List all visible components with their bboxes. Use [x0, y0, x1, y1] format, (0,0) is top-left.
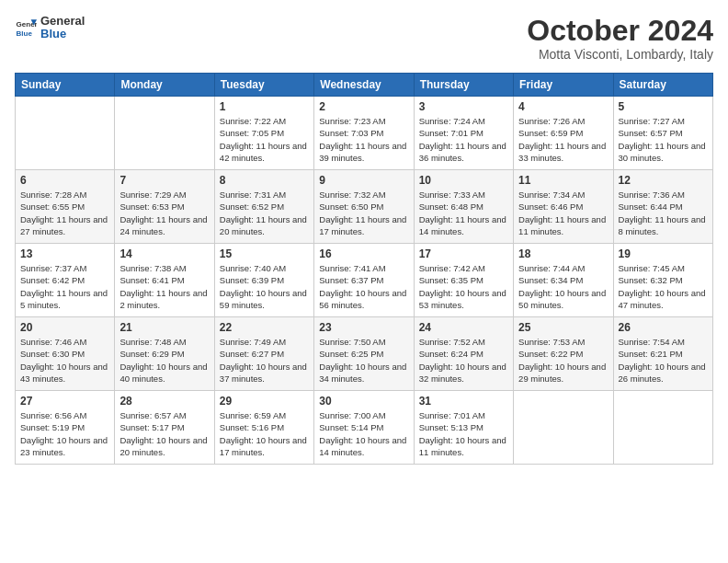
- day-number: 1: [220, 100, 309, 113]
- header-day-thursday: Thursday: [414, 74, 513, 97]
- day-info: Sunrise: 7:00 AMSunset: 5:14 PMDaylight:…: [319, 409, 408, 458]
- day-info: Sunrise: 7:32 AMSunset: 6:50 PMDaylight:…: [319, 189, 408, 237]
- calendar-cell: 26 Sunrise: 7:54 AMSunset: 6:21 PMDaylig…: [613, 317, 712, 391]
- calendar-cell: 6 Sunrise: 7:28 AMSunset: 6:55 PMDayligh…: [16, 170, 115, 244]
- calendar-cell: 28 Sunrise: 6:57 AMSunset: 5:17 PMDaylig…: [115, 391, 214, 465]
- week-row-3: 13 Sunrise: 7:37 AMSunset: 6:42 PMDaylig…: [16, 244, 713, 317]
- day-info: Sunrise: 7:41 AMSunset: 6:37 PMDaylight:…: [319, 262, 408, 311]
- day-number: 30: [319, 395, 408, 408]
- day-info: Sunrise: 7:45 AMSunset: 6:32 PMDaylight:…: [619, 262, 708, 311]
- calendar-cell: 30 Sunrise: 7:00 AMSunset: 5:14 PMDaylig…: [314, 391, 414, 465]
- week-row-2: 6 Sunrise: 7:28 AMSunset: 6:55 PMDayligh…: [16, 170, 713, 244]
- day-number: 7: [119, 174, 209, 187]
- day-number: 21: [119, 321, 209, 334]
- header-row: SundayMondayTuesdayWednesdayThursdayFrid…: [16, 74, 713, 97]
- calendar-table: SundayMondayTuesdayWednesdayThursdayFrid…: [15, 73, 713, 465]
- day-info: Sunrise: 7:38 AMSunset: 6:41 PMDaylight:…: [119, 262, 209, 311]
- day-number: 11: [518, 174, 608, 187]
- calendar-cell: 29 Sunrise: 6:59 AMSunset: 5:16 PMDaylig…: [214, 391, 313, 465]
- day-number: 13: [20, 247, 109, 260]
- day-number: 29: [220, 395, 309, 408]
- calendar-cell: 4 Sunrise: 7:26 AMSunset: 6:59 PMDayligh…: [514, 97, 613, 170]
- calendar-cell: 17 Sunrise: 7:42 AMSunset: 6:35 PMDaylig…: [414, 244, 513, 317]
- calendar-cell: 20 Sunrise: 7:46 AMSunset: 6:30 PMDaylig…: [16, 317, 115, 391]
- header-day-tuesday: Tuesday: [214, 74, 313, 97]
- day-number: 24: [419, 321, 508, 334]
- calendar-cell: [16, 97, 115, 170]
- day-number: 12: [619, 174, 708, 187]
- day-number: 3: [419, 100, 508, 113]
- calendar-cell: 1 Sunrise: 7:22 AMSunset: 7:05 PMDayligh…: [214, 97, 313, 170]
- day-info: Sunrise: 7:54 AMSunset: 6:21 PMDaylight:…: [619, 336, 708, 385]
- header-day-wednesday: Wednesday: [314, 74, 414, 97]
- logo-line2: Blue: [40, 28, 85, 40]
- day-info: Sunrise: 6:56 AMSunset: 5:19 PMDaylight:…: [20, 409, 109, 458]
- day-number: 23: [319, 321, 408, 334]
- day-info: Sunrise: 7:29 AMSunset: 6:53 PMDaylight:…: [119, 189, 209, 237]
- day-number: 15: [220, 247, 309, 260]
- header-day-sunday: Sunday: [16, 74, 115, 97]
- logo-icon: General Blue: [15, 17, 37, 39]
- day-info: Sunrise: 7:23 AMSunset: 7:03 PMDaylight:…: [319, 115, 408, 164]
- day-number: 8: [220, 174, 309, 187]
- calendar-cell: 18 Sunrise: 7:44 AMSunset: 6:34 PMDaylig…: [514, 244, 613, 317]
- calendar-cell: 23 Sunrise: 7:50 AMSunset: 6:25 PMDaylig…: [314, 317, 414, 391]
- day-info: Sunrise: 7:52 AMSunset: 6:24 PMDaylight:…: [419, 336, 508, 385]
- day-info: Sunrise: 7:27 AMSunset: 6:57 PMDaylight:…: [619, 115, 708, 164]
- calendar-cell: 22 Sunrise: 7:49 AMSunset: 6:27 PMDaylig…: [214, 317, 313, 391]
- day-info: Sunrise: 7:33 AMSunset: 6:48 PMDaylight:…: [419, 189, 508, 237]
- day-info: Sunrise: 7:36 AMSunset: 6:44 PMDaylight:…: [619, 189, 708, 237]
- title-section: October 2024 Motta Visconti, Lombardy, I…: [527, 15, 713, 62]
- day-info: Sunrise: 7:31 AMSunset: 6:52 PMDaylight:…: [220, 189, 309, 237]
- day-info: Sunrise: 7:49 AMSunset: 6:27 PMDaylight:…: [220, 336, 309, 385]
- week-row-1: 1 Sunrise: 7:22 AMSunset: 7:05 PMDayligh…: [16, 97, 713, 170]
- calendar-cell: 7 Sunrise: 7:29 AMSunset: 6:53 PMDayligh…: [115, 170, 214, 244]
- month-title: October 2024: [527, 15, 713, 47]
- day-info: Sunrise: 7:24 AMSunset: 7:01 PMDaylight:…: [419, 115, 508, 164]
- svg-text:Blue: Blue: [17, 29, 33, 38]
- day-number: 26: [619, 321, 708, 334]
- calendar-cell: 15 Sunrise: 7:40 AMSunset: 6:39 PMDaylig…: [214, 244, 313, 317]
- calendar-cell: [514, 391, 613, 465]
- calendar-cell: 2 Sunrise: 7:23 AMSunset: 7:03 PMDayligh…: [314, 97, 414, 170]
- calendar-cell: 19 Sunrise: 7:45 AMSunset: 6:32 PMDaylig…: [613, 244, 712, 317]
- calendar-cell: 11 Sunrise: 7:34 AMSunset: 6:46 PMDaylig…: [514, 170, 613, 244]
- day-info: Sunrise: 6:59 AMSunset: 5:16 PMDaylight:…: [220, 409, 309, 458]
- day-number: 31: [419, 395, 508, 408]
- calendar-cell: 12 Sunrise: 7:36 AMSunset: 6:44 PMDaylig…: [613, 170, 712, 244]
- day-number: 25: [518, 321, 608, 334]
- day-info: Sunrise: 7:42 AMSunset: 6:35 PMDaylight:…: [419, 262, 508, 311]
- day-number: 18: [518, 247, 608, 260]
- day-number: 5: [619, 100, 708, 113]
- calendar-cell: 27 Sunrise: 6:56 AMSunset: 5:19 PMDaylig…: [16, 391, 115, 465]
- day-info: Sunrise: 7:44 AMSunset: 6:34 PMDaylight:…: [518, 262, 608, 311]
- logo-line1: General: [40, 15, 85, 28]
- day-info: Sunrise: 7:34 AMSunset: 6:46 PMDaylight:…: [518, 189, 608, 237]
- calendar-cell: 5 Sunrise: 7:27 AMSunset: 6:57 PMDayligh…: [613, 97, 712, 170]
- header-day-monday: Monday: [115, 74, 214, 97]
- day-number: 16: [319, 247, 408, 260]
- day-info: Sunrise: 7:40 AMSunset: 6:39 PMDaylight:…: [220, 262, 309, 311]
- day-number: 19: [619, 247, 708, 260]
- day-number: 22: [220, 321, 309, 334]
- day-info: Sunrise: 7:53 AMSunset: 6:22 PMDaylight:…: [518, 336, 608, 385]
- header-day-saturday: Saturday: [613, 74, 712, 97]
- day-info: Sunrise: 7:26 AMSunset: 6:59 PMDaylight:…: [518, 115, 608, 164]
- calendar-cell: 9 Sunrise: 7:32 AMSunset: 6:50 PMDayligh…: [314, 170, 414, 244]
- calendar-cell: 24 Sunrise: 7:52 AMSunset: 6:24 PMDaylig…: [414, 317, 513, 391]
- day-number: 20: [20, 321, 109, 334]
- day-info: Sunrise: 7:37 AMSunset: 6:42 PMDaylight:…: [20, 262, 109, 311]
- calendar-cell: 31 Sunrise: 7:01 AMSunset: 5:13 PMDaylig…: [414, 391, 513, 465]
- day-info: Sunrise: 7:01 AMSunset: 5:13 PMDaylight:…: [419, 409, 508, 458]
- calendar-cell: 14 Sunrise: 7:38 AMSunset: 6:41 PMDaylig…: [115, 244, 214, 317]
- day-info: Sunrise: 7:48 AMSunset: 6:29 PMDaylight:…: [119, 336, 209, 385]
- calendar-cell: 25 Sunrise: 7:53 AMSunset: 6:22 PMDaylig…: [514, 317, 613, 391]
- day-info: Sunrise: 7:28 AMSunset: 6:55 PMDaylight:…: [20, 189, 109, 237]
- calendar-cell: 8 Sunrise: 7:31 AMSunset: 6:52 PMDayligh…: [214, 170, 313, 244]
- day-number: 9: [319, 174, 408, 187]
- day-info: Sunrise: 7:50 AMSunset: 6:25 PMDaylight:…: [319, 336, 408, 385]
- calendar-cell: [115, 97, 214, 170]
- calendar-cell: 21 Sunrise: 7:48 AMSunset: 6:29 PMDaylig…: [115, 317, 214, 391]
- day-info: Sunrise: 7:46 AMSunset: 6:30 PMDaylight:…: [20, 336, 109, 385]
- week-row-4: 20 Sunrise: 7:46 AMSunset: 6:30 PMDaylig…: [16, 317, 713, 391]
